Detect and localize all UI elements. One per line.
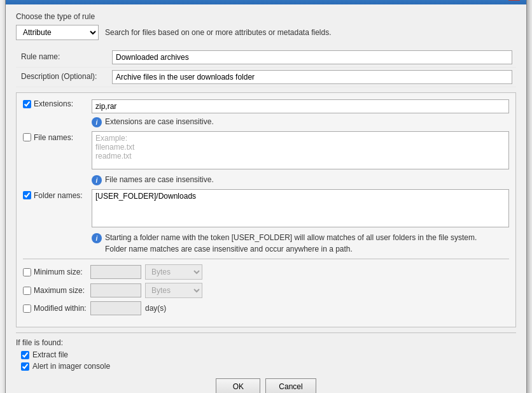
alert-console-label: Alert in imager console	[32, 362, 110, 371]
ok-button[interactable]: OK	[216, 378, 260, 393]
rule-name-value	[108, 48, 516, 68]
folder-names-checkbox[interactable]	[23, 191, 31, 199]
min-size-label: Minimum size:	[34, 268, 83, 276]
extensions-input[interactable]	[92, 99, 509, 113]
extract-file-label: Extract file	[32, 350, 68, 359]
folder-names-label: Folder names:	[34, 191, 83, 200]
rule-name-label: Rule name:	[16, 48, 108, 68]
if-file-section: If file is found: Extract file Alert in …	[16, 338, 516, 371]
folder-names-info-text1: Starting a folder name with the token [U…	[105, 233, 477, 242]
extract-file-row: Extract file	[21, 350, 516, 359]
description-label: Description (Optional):	[16, 68, 108, 87]
close-button[interactable]: ✕	[508, 0, 520, 1]
extensions-row: Extensions:	[23, 99, 509, 113]
file-names-checkbox[interactable]	[23, 133, 31, 141]
extensions-checkbox[interactable]	[23, 100, 31, 108]
cancel-button[interactable]: Cancel	[265, 378, 316, 393]
modified-within-label: Modified within:	[34, 304, 87, 313]
description-value	[108, 68, 516, 87]
alert-console-checkbox[interactable]	[21, 362, 29, 371]
modified-within-checkbox[interactable]	[23, 304, 31, 313]
file-names-info-row: i File names are case insensitive.	[92, 175, 509, 185]
type-description: Search for files based on one or more at…	[105, 28, 332, 37]
modified-within-unit: day(s)	[145, 304, 166, 313]
max-size-input[interactable]	[90, 283, 141, 297]
separator2	[16, 332, 516, 333]
extensions-info-text: Extensions are case insensitive.	[105, 117, 214, 126]
folder-names-info-text2: Folder name matches are case insensitive…	[105, 245, 509, 254]
modified-within-input[interactable]	[90, 301, 141, 315]
min-size-checkbox[interactable]	[23, 268, 31, 276]
rule-type-dropdown[interactable]: Attribute Content Schedule	[16, 25, 99, 40]
max-size-label: Maximum size:	[34, 286, 85, 295]
extensions-label: Extensions:	[34, 99, 73, 108]
file-names-info-icon: i	[92, 175, 102, 185]
file-names-label: File names:	[34, 133, 73, 142]
new-rule-dialog: New Rule ✕ Choose the type of rule Attri…	[5, 0, 527, 393]
extract-file-checkbox[interactable]	[21, 351, 29, 359]
if-file-label: If file is found:	[16, 338, 516, 347]
folder-names-row: Folder names: [USER_FOLDER]/Downloads	[23, 189, 509, 229]
basic-fields-grid: Rule name: Description (Optional):	[16, 48, 516, 87]
min-size-input[interactable]	[90, 265, 141, 279]
rule-name-input[interactable]	[112, 50, 512, 64]
file-names-info-text: File names are case insensitive.	[105, 175, 214, 184]
choose-type-label: Choose the type of rule	[16, 12, 516, 21]
file-names-row: File names: Example: filename.txt readme…	[23, 131, 509, 171]
description-input[interactable]	[112, 70, 512, 84]
file-names-textarea[interactable]: Example: filename.txt readme.txt	[92, 131, 509, 169]
max-size-checkbox[interactable]	[23, 287, 31, 295]
extensions-info-icon: i	[92, 117, 102, 127]
type-row: Attribute Content Schedule Search for fi…	[16, 25, 516, 40]
min-size-row: Minimum size: BytesKBMBGB	[23, 264, 509, 280]
max-size-row: Maximum size: BytesKBMBGB	[23, 283, 509, 298]
folder-names-info-block: i Starting a folder name with the token …	[92, 233, 509, 254]
folder-names-textarea[interactable]: [USER_FOLDER]/Downloads	[92, 189, 509, 227]
title-bar: New Rule ✕	[6, 0, 526, 4]
extensions-info-row: i Extensions are case insensitive.	[92, 117, 509, 127]
min-size-unit-dropdown[interactable]: BytesKBMBGB	[145, 264, 202, 280]
modified-within-row: Modified within: day(s)	[23, 301, 509, 315]
alert-console-row: Alert in imager console	[21, 362, 516, 371]
folder-names-info-icon: i	[92, 233, 102, 243]
separator1	[23, 259, 509, 259]
button-row: OK Cancel	[16, 378, 516, 393]
max-size-unit-dropdown[interactable]: BytesKBMBGB	[145, 283, 202, 298]
attribute-fields-section: Extensions: i Extensions are case insens…	[16, 92, 516, 327]
